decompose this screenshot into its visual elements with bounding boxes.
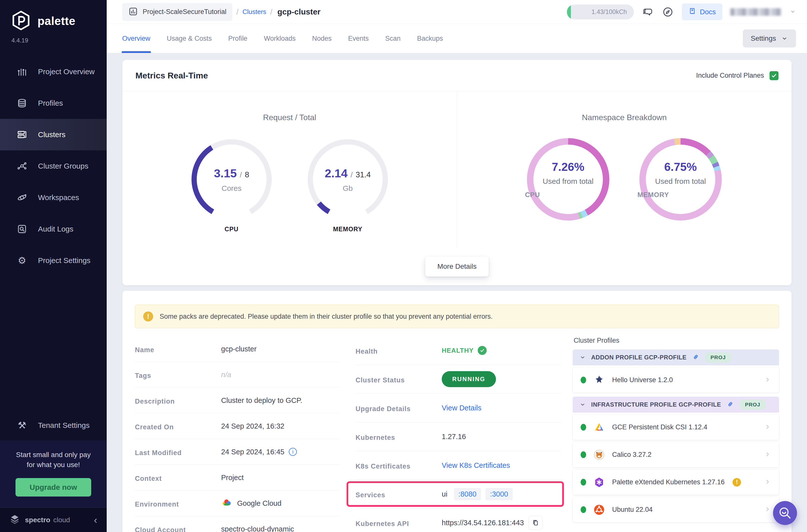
feedback-chat-icon[interactable]	[642, 6, 654, 18]
pack-name: Calico 3.27.2	[612, 451, 652, 459]
memory-total-value: 31.4	[356, 170, 371, 179]
view-k8s-certificates-link[interactable]: View K8s Certificates	[442, 461, 510, 470]
proj-scope-badge: PROJ	[705, 352, 731, 363]
docs-button[interactable]: Docs	[682, 3, 722, 20]
sidebar-item-profiles[interactable]: Profiles	[0, 88, 107, 119]
cluster-details-card: ! Some packs are deprecated. Please upda…	[123, 291, 791, 532]
pack-status-dot	[581, 479, 586, 486]
detail-row-cloud-account: Cloud Account spectro-cloud-dynamic	[135, 516, 340, 532]
namespace-cpu-percent: 7.26%	[552, 160, 584, 174]
tab-nodes[interactable]: Nodes	[312, 24, 332, 53]
sidebar-item-label: Clusters	[38, 130, 65, 139]
tab-profile[interactable]: Profile	[228, 24, 248, 53]
compass-help-icon[interactable]	[662, 6, 674, 18]
pack-name: Hello Universe 1.2.0	[612, 376, 673, 384]
app-version: 4.4.19	[0, 37, 107, 44]
tab-scan[interactable]: Scan	[385, 24, 401, 53]
app-window: palette 4.4.19 Project Overview Profiles…	[0, 0, 807, 532]
infrastructure-profile-header[interactable]: INFRASTRUCTURE PROFILE GCP-PROFILE PROJ	[573, 397, 779, 413]
addon-profile-header[interactable]: ADDON PROFILE GCP-PROFILE PROJ	[573, 349, 779, 365]
tab-backups[interactable]: Backups	[417, 24, 443, 53]
detail-label: Cloud Account	[135, 526, 221, 532]
sidebar-item-tenant-settings[interactable]: ⚒ Tenant Settings	[0, 410, 107, 440]
sidebar-item-project-overview[interactable]: Project Overview	[0, 56, 107, 88]
spectro-cloud-logo-icon	[10, 514, 20, 526]
detail-row-services: Services ui :8080 :3000	[356, 480, 561, 509]
pack-status-dot	[581, 506, 586, 513]
sidebar-item-label: Project Overview	[38, 68, 95, 76]
chevron-right-icon	[764, 376, 771, 384]
pack-name: GCE Persistent Disk CSI 1.12.4	[612, 423, 707, 431]
settings-button[interactable]: Settings	[743, 30, 796, 48]
cpu-used-value: 3.15	[214, 166, 237, 180]
gauges-row: 3.15 / 8 Cores CPU	[123, 138, 457, 233]
more-details-button[interactable]: More Details	[425, 256, 488, 277]
service-port-3000-link[interactable]: :3000	[485, 488, 513, 500]
pack-status-dot	[581, 451, 586, 458]
view-details-link[interactable]: View Details	[442, 404, 482, 412]
namespace-cpu-label: CPU	[525, 191, 611, 199]
cpu-gauge-label: CPU	[225, 226, 239, 233]
user-account-name-redacted[interactable]	[730, 8, 782, 16]
brand-name: palette	[37, 14, 75, 28]
link-icon[interactable]	[692, 353, 699, 362]
brand-logo-row: palette	[0, 0, 107, 32]
link-icon[interactable]	[727, 400, 734, 409]
ubuntu-logo	[593, 504, 605, 516]
usage-meter[interactable]: 1.43/100kCh	[567, 4, 634, 19]
detail-label: Description	[135, 398, 221, 405]
copy-icon[interactable]	[528, 516, 542, 530]
tools-icon: ⚒	[16, 421, 29, 430]
include-control-planes-checkbox[interactable]	[770, 71, 778, 80]
service-port-8080-link[interactable]: :8080	[454, 488, 481, 500]
sidebar-item-workspaces[interactable]: Workspaces	[0, 182, 107, 213]
detail-label: Cluster Status	[356, 376, 442, 384]
detail-label: Created On	[135, 423, 221, 431]
profile-pack-row-ubuntu[interactable]: Ubuntu 22.04	[573, 497, 779, 522]
sidebar-item-audit-logs[interactable]: Audit Logs	[0, 213, 107, 245]
profile-pack-row-gce-csi[interactable]: GCE Persistent Disk CSI 1.12.4	[573, 415, 779, 440]
warning-text: Some packs are deprecated. Please update…	[159, 313, 493, 320]
tabs: Overview Usage & Costs Profile Workloads…	[122, 24, 443, 53]
sidebar-item-clusters[interactable]: Clusters	[0, 119, 107, 150]
detail-row-cluster-status: Cluster Status RUNNING	[356, 365, 561, 394]
breadcrumb-clusters-link[interactable]: Clusters	[242, 8, 266, 16]
profile-pack-row-hello-universe[interactable]: Hello Universe 1.2.0	[573, 367, 779, 393]
detail-row-health: Health HEALTHY	[356, 336, 561, 365]
cpu-gauge: 3.15 / 8 Cores CPU	[190, 138, 273, 233]
chevron-down-icon	[580, 402, 586, 407]
profile-pack-row-palette-extended-kubernetes[interactable]: Palette eXtended Kubernetes 1.27.16 !	[573, 470, 779, 495]
info-icon[interactable]: i	[289, 448, 297, 456]
running-status-badge: RUNNING	[442, 371, 496, 387]
upgrade-now-button[interactable]: Upgrade now	[16, 478, 91, 496]
details-grid: Name gcp-cluster Tags n/a Description Cl…	[135, 336, 779, 532]
check-circle-icon	[478, 346, 487, 355]
detail-value: Google Cloud	[237, 499, 281, 508]
tab-events[interactable]: Events	[348, 24, 369, 53]
account-chevron-down-icon[interactable]	[789, 8, 796, 16]
breadcrumb-separator: /	[236, 8, 238, 16]
tab-overview[interactable]: Overview	[122, 24, 150, 53]
docs-label: Docs	[700, 8, 716, 16]
project-selector[interactable]: Project-ScaleSecureTutorial	[122, 3, 232, 21]
cluster-profiles-panel: Cluster Profiles ADDON PROFILE GCP-PROFI…	[565, 336, 779, 532]
detail-label: Tags	[135, 372, 221, 380]
page-title: gcp-cluster	[277, 7, 320, 17]
kubernetes-api-url: https://34.54.126.181:443	[442, 519, 524, 527]
health-value: HEALTHY	[442, 347, 474, 355]
sidebar-item-cluster-groups[interactable]: Cluster Groups	[0, 150, 107, 182]
sidebar-item-label: Audit Logs	[38, 225, 73, 233]
upsell-text-line2: for what you use!	[7, 460, 100, 470]
tab-workloads[interactable]: Workloads	[264, 24, 296, 53]
service-name: ui	[442, 490, 448, 498]
collapse-sidebar-icon[interactable]: ‹	[94, 515, 97, 525]
detail-label: Context	[135, 475, 221, 482]
memory-used-value: 2.14	[325, 166, 348, 180]
tab-usage-costs[interactable]: Usage & Costs	[167, 24, 212, 53]
namespace-memory-donut: 6.75% Used from total MEMORY	[639, 138, 722, 221]
sidebar-item-project-settings[interactable]: ⚙ Project Settings	[0, 245, 107, 276]
detail-row-environment: Environment Google Cloud	[135, 491, 340, 516]
namespace-memory-label: MEMORY	[637, 191, 724, 199]
support-search-fab[interactable]	[773, 501, 797, 525]
profile-pack-row-calico[interactable]: Calico 3.27.2	[573, 442, 779, 467]
